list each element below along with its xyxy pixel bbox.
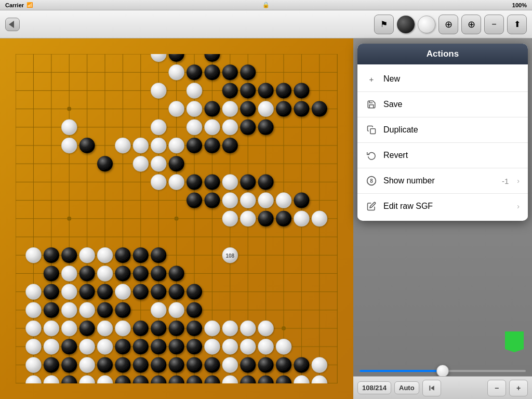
black-stone-button[interactable] — [397, 16, 415, 33]
share-button[interactable]: ⬆ — [507, 15, 527, 34]
battery-label: 100% — [512, 2, 527, 8]
svg-point-174 — [115, 284, 130, 300]
slider-fill — [360, 370, 443, 372]
decrement-button[interactable]: − — [487, 380, 506, 396]
svg-point-187 — [240, 321, 256, 336]
slider-area — [353, 366, 532, 376]
svg-point-194 — [222, 339, 238, 354]
auto-button[interactable]: Auto — [394, 381, 419, 394]
svg-point-95 — [151, 284, 166, 300]
svg-point-53 — [222, 83, 238, 98]
slider-thumb[interactable] — [436, 365, 449, 377]
svg-point-199 — [79, 357, 95, 373]
svg-point-118 — [151, 357, 166, 373]
svg-point-85 — [44, 265, 59, 281]
svg-point-70 — [169, 156, 184, 171]
zoom-out-icon: − — [491, 20, 496, 29]
svg-point-88 — [133, 265, 149, 281]
add-icon: ⊕ — [445, 19, 453, 30]
svg-point-151 — [61, 119, 77, 135]
svg-point-51 — [222, 64, 238, 80]
action-save[interactable]: Save — [357, 92, 528, 117]
svg-point-157 — [151, 174, 166, 190]
action-show-number-value: -1 — [502, 177, 509, 185]
svg-point-41 — [67, 217, 71, 221]
prev-frame-button[interactable] — [422, 380, 441, 396]
svg-point-169 — [97, 247, 113, 263]
svg-point-72 — [204, 174, 220, 190]
svg-point-93 — [97, 284, 113, 300]
svg-point-132 — [294, 357, 309, 373]
action-edit-sgf[interactable]: Edit raw SGF › — [357, 194, 528, 219]
svg-point-92 — [79, 284, 95, 300]
svg-point-124 — [133, 376, 149, 383]
svg-point-152 — [61, 138, 77, 153]
svg-point-144 — [187, 119, 202, 135]
svg-point-52 — [240, 64, 256, 80]
increment-button[interactable]: + — [509, 380, 528, 396]
action-show-number[interactable]: 8 Show number -1 › — [357, 168, 528, 194]
svg-point-200 — [222, 357, 238, 373]
svg-point-113 — [44, 357, 59, 373]
svg-point-150 — [133, 138, 149, 153]
svg-point-50 — [204, 64, 220, 80]
toolbar: ⚑ ⊕ ⊕ − ⬆ — [0, 10, 532, 38]
svg-point-131 — [276, 357, 291, 373]
white-stone-button[interactable] — [418, 16, 435, 33]
svg-point-98 — [44, 302, 59, 318]
svg-point-55 — [258, 83, 274, 98]
go-board[interactable]: // rendered via inline SVG below — [0, 38, 353, 399]
svg-point-145 — [204, 119, 220, 135]
svg-point-117 — [133, 357, 149, 373]
svg-point-119 — [169, 357, 184, 373]
svg-point-57 — [294, 83, 309, 98]
zoom-out-button[interactable]: − — [484, 15, 504, 34]
back-arrow-icon — [9, 21, 14, 28]
svg-rect-214 — [429, 385, 430, 390]
svg-point-141 — [187, 101, 202, 117]
svg-point-120 — [187, 357, 202, 373]
svg-point-184 — [115, 321, 130, 336]
svg-point-191 — [79, 339, 95, 354]
svg-point-60 — [276, 101, 291, 117]
carrier-label: Carrier — [5, 2, 24, 8]
svg-point-198 — [25, 357, 41, 373]
svg-point-115 — [97, 357, 113, 373]
svg-point-193 — [204, 339, 220, 354]
svg-point-130 — [258, 357, 274, 373]
svg-point-128 — [204, 376, 220, 383]
add2-button[interactable]: ⊕ — [461, 15, 481, 34]
flag-button[interactable]: ⚑ — [374, 15, 394, 34]
svg-point-137 — [169, 64, 184, 80]
bookmark-button[interactable] — [505, 331, 524, 352]
progress-slider[interactable] — [360, 370, 526, 372]
svg-point-42 — [175, 217, 179, 221]
svg-point-80 — [44, 247, 59, 263]
add-button[interactable]: ⊕ — [438, 15, 458, 34]
action-new[interactable]: + New — [357, 66, 528, 92]
svg-point-203 — [44, 376, 59, 383]
svg-point-155 — [151, 156, 166, 171]
svg-point-74 — [258, 174, 274, 190]
svg-point-163 — [240, 211, 256, 227]
action-save-label: Save — [383, 100, 520, 109]
svg-point-58 — [204, 101, 220, 117]
svg-point-180 — [25, 321, 41, 336]
svg-point-166 — [312, 211, 327, 227]
svg-point-158 — [222, 174, 238, 190]
action-revert[interactable]: Revert — [357, 143, 528, 168]
svg-point-110 — [151, 339, 166, 354]
svg-point-153 — [115, 138, 130, 153]
svg-point-167 — [25, 247, 41, 263]
svg-point-54 — [240, 83, 256, 98]
svg-point-62 — [312, 101, 327, 117]
svg-point-116 — [115, 357, 130, 373]
add2-icon: ⊕ — [468, 19, 475, 30]
action-duplicate[interactable]: Duplicate — [357, 117, 528, 143]
svg-point-168 — [79, 247, 95, 263]
svg-point-181 — [44, 321, 59, 336]
svg-marker-215 — [431, 385, 434, 390]
back-button[interactable] — [5, 18, 20, 31]
svg-point-165 — [294, 211, 309, 227]
svg-point-68 — [79, 138, 95, 153]
